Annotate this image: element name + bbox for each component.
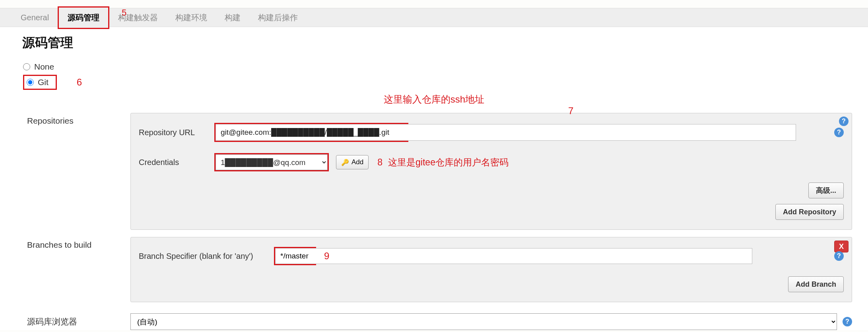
- branches-panel: X Branch Specifier (blank for 'any') 9 ?…: [130, 237, 852, 302]
- repo-url-row: 7 Repository URL ?: [139, 123, 844, 142]
- section-title-scm: 源码管理: [22, 34, 852, 52]
- scm-radio-group: None Git 6: [23, 62, 852, 90]
- radio-none-label: None: [34, 62, 54, 72]
- repo-browser-label: 源码库浏览器: [27, 316, 130, 327]
- branches-bottom-buttons: Add Branch: [139, 276, 844, 292]
- branch-specifier-highlight: [274, 247, 316, 265]
- repo-browser-select[interactable]: (自动): [130, 313, 837, 330]
- annotation-6: 6: [77, 77, 82, 88]
- radio-git-label: Git: [38, 78, 49, 87]
- repo-url-highlight: [214, 123, 408, 142]
- tab-build-env[interactable]: 构建环境: [167, 8, 216, 28]
- annotation-9: 9: [324, 250, 329, 262]
- add-branch-button[interactable]: Add Branch: [788, 276, 844, 292]
- credentials-row: Credentials 1█████████@qq.com 🔑 Add 8 这里…: [139, 153, 844, 171]
- repo-bottom-buttons: 高级... Add Repository: [139, 183, 844, 220]
- branches-block: Branches to build X Branch Specifier (bl…: [27, 237, 852, 302]
- add-credentials-button[interactable]: 🔑 Add: [336, 155, 369, 169]
- annotation-cred-hint: 这里是gitee仓库的用户名密码: [388, 156, 509, 169]
- tab-build[interactable]: 构建: [216, 8, 249, 28]
- branch-specifier-row: Branch Specifier (blank for 'any') 9 ?: [139, 247, 844, 265]
- repositories-block: Repositories ? 7 Repository URL ? Creden…: [27, 113, 852, 230]
- annotation-5: 5: [122, 8, 126, 18]
- branch-specifier-input[interactable]: [275, 248, 752, 264]
- branches-label: Branches to build: [27, 237, 130, 302]
- advanced-button[interactable]: 高级...: [808, 183, 844, 198]
- tab-scm[interactable]: 源码管理: [58, 6, 109, 29]
- radio-git[interactable]: [27, 79, 34, 86]
- credentials-select[interactable]: 1█████████@qq.com: [216, 154, 328, 170]
- help-icon[interactable]: ?: [834, 128, 844, 137]
- tab-post-build[interactable]: 构建后操作: [249, 8, 307, 28]
- credentials-highlight: 1█████████@qq.com: [214, 153, 329, 171]
- tab-general[interactable]: General: [12, 8, 58, 27]
- add-repository-button[interactable]: Add Repository: [775, 204, 844, 220]
- annotation-ssh-hint: 这里输入仓库的ssh地址: [16, 93, 852, 106]
- repositories-panel: ? 7 Repository URL ? Credentials 1██████…: [130, 113, 852, 230]
- config-tabs: General 源码管理 5 构建触发器 构建环境 构建 构建后操作: [0, 8, 868, 27]
- repo-url-label: Repository URL: [139, 128, 214, 137]
- top-spacer: [0, 0, 868, 8]
- help-icon[interactable]: ?: [834, 251, 844, 261]
- key-icon: 🔑: [341, 159, 349, 166]
- radio-none-row[interactable]: None: [23, 62, 852, 72]
- credentials-label: Credentials: [139, 158, 214, 167]
- radio-none[interactable]: [23, 63, 30, 70]
- content-area: 源码管理 None Git 6 这里输入仓库的ssh地址 Repositorie…: [0, 27, 868, 330]
- repositories-label: Repositories: [27, 113, 130, 230]
- annotation-7: 7: [568, 105, 573, 116]
- branch-specifier-label: Branch Specifier (blank for 'any'): [139, 252, 274, 261]
- help-icon[interactable]: ?: [843, 317, 852, 326]
- annotation-8: 8: [377, 157, 383, 168]
- tab-build-triggers[interactable]: 构建触发器: [109, 8, 167, 28]
- add-button-label: Add: [351, 158, 363, 166]
- repo-browser-row: 源码库浏览器 (自动) ?: [27, 313, 852, 330]
- repo-url-input[interactable]: [216, 124, 796, 141]
- radio-git-highlight: Git: [23, 75, 57, 90]
